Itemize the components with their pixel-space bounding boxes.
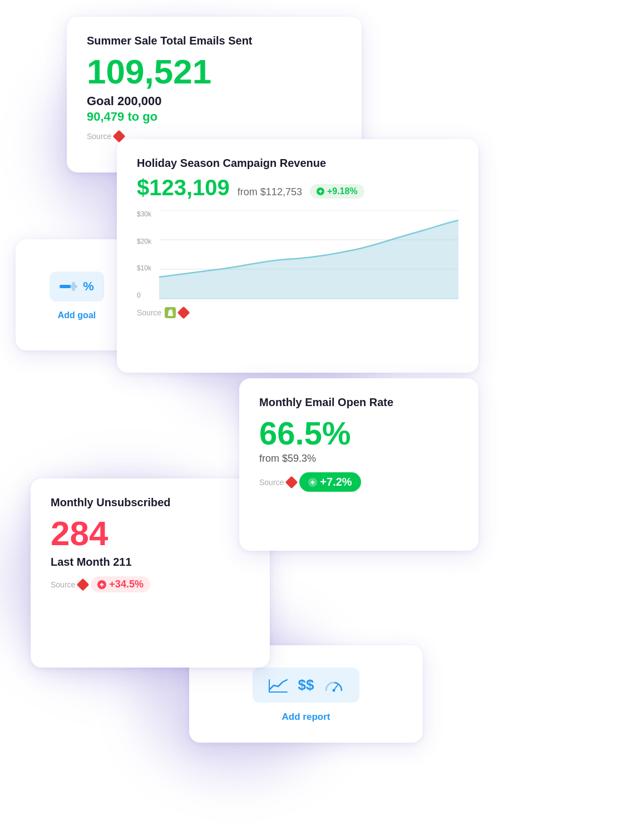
summer-sale-source-label: Source xyxy=(87,132,111,141)
chart-label-30k: $30k xyxy=(137,210,151,218)
holiday-badge: +9.18% xyxy=(310,184,364,199)
holiday-top-row: $123,109 from $112,753 +9.18% xyxy=(137,175,458,200)
chart-label-0: 0 xyxy=(137,291,151,299)
shopify-icon xyxy=(165,307,176,318)
summer-sale-title: Summer Sale Total Emails Sent xyxy=(87,34,342,47)
open-rate-badge-value: +7.2% xyxy=(320,476,352,488)
add-report-icon-row: $$ xyxy=(253,668,360,703)
holiday-chart: $30k $20k $10k 0 xyxy=(137,210,458,299)
open-rate-from: from $59.3% xyxy=(259,453,458,465)
line-chart-icon xyxy=(268,678,288,693)
add-goal-icon-row: % xyxy=(50,271,104,302)
arrow-up-icon-2 xyxy=(308,478,317,487)
diamond-icon-4 xyxy=(77,578,90,591)
open-rate-title: Monthly Email Open Rate xyxy=(259,396,458,409)
svg-rect-6 xyxy=(60,285,71,288)
holiday-source-label: Source xyxy=(137,308,161,317)
diamond-icon-2 xyxy=(177,307,190,319)
arrow-up-icon xyxy=(317,187,324,195)
unsub-title: Monthly Unsubscribed xyxy=(51,496,250,509)
add-report-link[interactable]: Add report xyxy=(282,711,330,723)
svg-point-13 xyxy=(333,689,335,691)
holiday-badge-value: +9.18% xyxy=(327,186,358,196)
holiday-source-row: Source xyxy=(137,307,458,318)
percent-icon: % xyxy=(83,279,94,294)
open-rate-source-diamond xyxy=(287,478,296,487)
summer-sale-goal: Goal 200,000 xyxy=(87,94,342,108)
scene: Summer Sale Total Emails Sent 109,521 Go… xyxy=(0,0,642,840)
chart-svg xyxy=(159,210,458,299)
open-rate-card: Monthly Email Open Rate 66.5% from $59.3… xyxy=(239,378,478,551)
add-goal-link[interactable]: Add goal xyxy=(58,310,96,320)
open-rate-value: 66.5% xyxy=(259,414,458,452)
unsub-source-label: Source xyxy=(51,580,75,589)
dollar-icon: $$ xyxy=(298,676,314,694)
svg-rect-7 xyxy=(72,282,75,291)
chart-label-20k: $20k xyxy=(137,238,151,245)
summer-sale-to-go: 90,479 to go xyxy=(87,110,342,124)
speedometer-icon xyxy=(324,678,344,693)
chart-labels: $30k $20k $10k 0 xyxy=(137,210,151,299)
open-rate-badge: +7.2% xyxy=(299,472,360,492)
holiday-title: Holiday Season Campaign Revenue xyxy=(137,157,458,170)
unsub-source-row: Source +34.5% xyxy=(51,576,250,592)
unsub-last-month: Last Month 211 xyxy=(51,556,250,569)
shopify-bag-icon xyxy=(167,309,174,317)
holiday-from-label: from $112,753 xyxy=(238,186,302,198)
summer-sale-value: 109,521 xyxy=(87,53,342,91)
holiday-card: Holiday Season Campaign Revenue $123,109… xyxy=(117,139,478,373)
diamond-icon-3 xyxy=(285,476,298,488)
open-rate-source-label: Source xyxy=(259,478,284,487)
unsub-card: Monthly Unsubscribed 284 Last Month 211 … xyxy=(31,478,270,668)
unsub-source-diamond xyxy=(78,580,87,589)
chart-svg-wrap xyxy=(159,210,458,299)
chart-label-10k: $10k xyxy=(137,264,151,272)
unsub-badge-value: +34.5% xyxy=(109,579,144,590)
unsub-value: 284 xyxy=(51,515,250,552)
open-rate-source-row: Source +7.2% xyxy=(259,472,458,492)
unsub-badge: +34.5% xyxy=(91,576,150,592)
holiday-source-diamond xyxy=(179,308,188,317)
gauge-icon xyxy=(60,280,77,293)
arrow-up-icon-3 xyxy=(97,580,106,589)
holiday-main-value: $123,109 xyxy=(137,175,230,200)
summer-sale-source-icon xyxy=(115,132,124,141)
